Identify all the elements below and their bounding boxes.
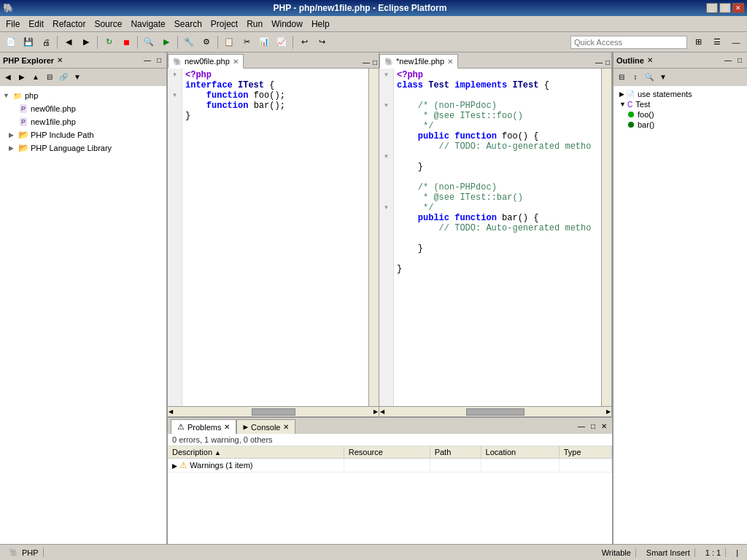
problems-tab-close[interactable]: ✕ [224,423,230,431]
outline-minimize[interactable]: — [722,55,734,65]
tool7[interactable]: ↩ [296,34,312,50]
tool2[interactable]: ⚙ [198,34,214,50]
outline-use-statements[interactable]: ▶ 📄 use statements [616,89,744,99]
stop-button[interactable]: ⏹ [118,34,134,50]
outline-controls[interactable]: — □ [722,55,744,65]
up-nav-button[interactable]: ▲ [29,71,42,84]
tool1[interactable]: 🔧 [181,34,197,50]
gutter-collapse-2[interactable]: ▼ [172,90,178,101]
left-editor-tab[interactable]: 🐘 new0file.php ✕ [168,54,244,69]
outline-foo-method[interactable]: foo() [628,109,744,120]
maximize-button[interactable]: □ [719,3,731,13]
code-line: /* (non-PHPdoc) [397,182,598,192]
tree-item-new1file[interactable]: P new1file.php [9,115,166,128]
menu-refactor[interactable]: Refactor [48,18,90,31]
right-editor-tab[interactable]: 🐘 *new1file.php ✕ [379,54,458,69]
explorer-menu-button[interactable]: ▼ [71,71,84,84]
left-tab-close[interactable]: ✕ [233,58,239,66]
right-scroll-left[interactable]: ◀ [380,408,384,415]
left-pane-max[interactable]: □ [371,57,379,68]
forward-nav-button[interactable]: ▶ [15,71,28,84]
right-gutter-collapse-4[interactable]: ▼ [384,203,390,213]
tree-item-language-library[interactable]: ▶ 📂 PHP Language Library [9,141,166,155]
menu-search[interactable]: Search [170,18,206,31]
left-scrollbar-h[interactable]: ◀ ▶ [168,406,379,416]
left-pane-min[interactable]: — [361,57,371,68]
expand-warnings[interactable]: ▶ [172,462,177,470]
outline-menu[interactable]: ▼ [657,71,670,84]
right-scroll-thumb-h[interactable] [466,408,525,416]
scroll-left[interactable]: ◀ [169,408,173,415]
right-scrollbar-v[interactable] [601,69,611,406]
new-button[interactable]: 📄 [3,34,19,50]
right-gutter-collapse-3[interactable]: ▼ [384,152,390,162]
right-scroll-right[interactable]: ▶ [606,408,611,415]
menu-edit[interactable]: Edit [24,18,48,31]
console-tab-close[interactable]: ✕ [283,423,289,431]
right-gutter-collapse-1[interactable]: ▼ [384,70,390,80]
tool6[interactable]: 📈 [274,34,290,50]
outline-filter[interactable]: 🔍 [643,71,656,84]
outline-maximize[interactable]: □ [735,55,744,65]
window-controls[interactable]: _ □ ✕ [706,3,744,13]
problem-type [559,459,611,472]
save-button[interactable]: 💾 [20,34,36,50]
scroll-right[interactable]: ▶ [374,408,378,415]
menu-run[interactable]: Run [242,18,267,31]
quick-access-input[interactable] [570,36,687,49]
right-gutter-collapse-2[interactable]: ▼ [384,101,390,111]
view-button[interactable]: ☰ [709,34,725,50]
menu-source[interactable]: Source [90,18,126,31]
gutter-collapse-1[interactable]: ▼ [172,70,178,80]
minimize-button[interactable]: _ [706,3,718,13]
close-button[interactable]: ✕ [732,3,744,13]
tool8[interactable]: ↪ [314,34,330,50]
back-button[interactable]: ◀ [61,34,77,50]
sort-arrow-description[interactable]: ▲ [214,449,221,456]
minimize-panel-button[interactable]: — [728,34,744,50]
link-editor-button[interactable]: 🔗 [57,71,70,84]
refresh-button[interactable]: ↻ [101,34,117,50]
menu-window[interactable]: Window [267,18,307,31]
right-pane-min[interactable]: — [594,57,604,68]
right-editor-code[interactable]: <?php class Test implements ITest { /* (… [394,69,601,406]
perspective-button[interactable]: ⊞ [690,34,706,50]
tree-item-new0file[interactable]: P new0file.php [9,102,166,115]
outline-test-class[interactable]: ▼ C Test [616,99,744,109]
minimize-explorer-button[interactable]: — [142,55,153,65]
left-editor-code[interactable]: <?php interface ITest { function foo(); … [182,69,368,406]
menu-project[interactable]: Project [206,18,242,31]
maximize-explorer-button[interactable]: □ [155,55,163,65]
forward-button[interactable]: ▶ [78,34,94,50]
run-button[interactable]: ▶ [158,34,174,50]
code-line: * @see ITest::foo() [397,111,598,121]
php-explorer-controls[interactable]: — □ [142,55,163,65]
right-scrollbar-h[interactable]: ◀ ▶ [379,406,611,416]
scroll-thumb-h[interactable] [252,408,295,416]
search-button[interactable]: 🔍 [141,34,157,50]
print-button[interactable]: 🖨 [38,34,54,50]
bottom-panel-controls[interactable]: — □ ✕ [576,421,609,431]
outline-bar-method[interactable]: bar() [628,120,744,130]
tree-item-php[interactable]: ▼ 📁 php [0,89,166,102]
right-tab-close[interactable]: ✕ [447,58,453,66]
right-pane-max[interactable]: □ [604,57,611,68]
bottom-panel-close[interactable]: ✕ [599,421,609,431]
menu-file[interactable]: File [1,18,24,31]
outline-sort[interactable]: ↕ [629,71,642,84]
menu-navigate[interactable]: Navigate [126,18,169,31]
tree-item-include-path[interactable]: ▶ 📂 PHP Include Path [9,128,166,141]
collapse-all-button[interactable]: ⊟ [43,71,56,84]
toolbar-separator-3 [137,36,138,49]
bottom-panel-maximize[interactable]: □ [589,421,597,431]
outline-collapse[interactable]: ⊟ [615,71,628,84]
menu-help[interactable]: Help [307,18,334,31]
problems-tab[interactable]: ⚠ Problems ✕ [171,419,236,434]
left-scrollbar-v[interactable] [368,69,379,406]
tool3[interactable]: 📋 [221,34,237,50]
console-tab[interactable]: ▶ Console ✕ [236,419,295,434]
back-nav-button[interactable]: ◀ [1,71,15,84]
bottom-panel-minimize[interactable]: — [576,421,587,431]
tool4[interactable]: ✂ [239,34,255,50]
tool5[interactable]: 📊 [256,34,272,50]
